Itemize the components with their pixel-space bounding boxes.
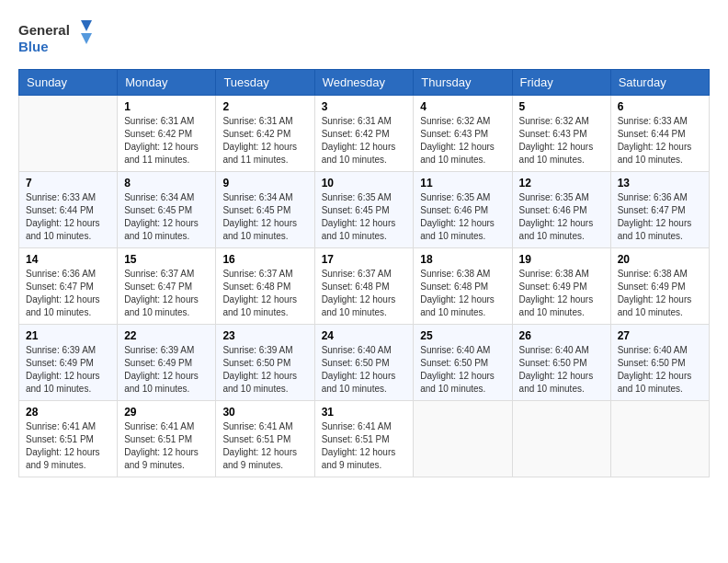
column-header-friday: Friday (512, 70, 610, 96)
calendar-cell: 23Sunrise: 6:39 AMSunset: 6:50 PMDayligh… (216, 325, 314, 401)
day-info: Sunrise: 6:41 AMSunset: 6:51 PMDaylight:… (322, 420, 407, 472)
day-info: Sunrise: 6:40 AMSunset: 6:50 PMDaylight:… (519, 344, 604, 396)
calendar-cell: 30Sunrise: 6:41 AMSunset: 6:51 PMDayligh… (216, 401, 314, 477)
day-info: Sunrise: 6:35 AMSunset: 6:45 PMDaylight:… (322, 191, 407, 243)
calendar-cell: 10Sunrise: 6:35 AMSunset: 6:45 PMDayligh… (314, 172, 414, 248)
day-number: 20 (618, 253, 702, 266)
calendar-cell: 16Sunrise: 6:37 AMSunset: 6:48 PMDayligh… (216, 248, 314, 325)
calendar-cell: 24Sunrise: 6:40 AMSunset: 6:50 PMDayligh… (314, 325, 414, 401)
week-row-2: 7Sunrise: 6:33 AMSunset: 6:44 PMDaylight… (19, 172, 710, 248)
day-number: 3 (322, 100, 407, 113)
logo: General Blue (18, 18, 92, 60)
day-number: 14 (26, 253, 110, 266)
day-number: 8 (124, 177, 209, 190)
week-row-4: 21Sunrise: 6:39 AMSunset: 6:49 PMDayligh… (19, 325, 710, 401)
calendar-cell: 11Sunrise: 6:35 AMSunset: 6:46 PMDayligh… (414, 172, 512, 248)
day-number: 13 (618, 177, 702, 190)
day-info: Sunrise: 6:34 AMSunset: 6:45 PMDaylight:… (124, 191, 209, 243)
day-number: 18 (420, 253, 505, 266)
day-info: Sunrise: 6:35 AMSunset: 6:46 PMDaylight:… (519, 191, 604, 243)
day-number: 24 (322, 329, 407, 342)
calendar-cell: 15Sunrise: 6:37 AMSunset: 6:47 PMDayligh… (118, 248, 216, 325)
calendar-cell: 8Sunrise: 6:34 AMSunset: 6:45 PMDaylight… (118, 172, 216, 248)
calendar-cell: 26Sunrise: 6:40 AMSunset: 6:50 PMDayligh… (512, 325, 610, 401)
calendar-cell: 31Sunrise: 6:41 AMSunset: 6:51 PMDayligh… (314, 401, 414, 477)
day-number: 10 (322, 177, 407, 190)
column-header-tuesday: Tuesday (216, 70, 314, 96)
day-number: 29 (124, 406, 209, 419)
day-info: Sunrise: 6:37 AMSunset: 6:47 PMDaylight:… (124, 268, 209, 319)
day-number: 2 (222, 100, 307, 113)
calendar-cell: 1Sunrise: 6:31 AMSunset: 6:42 PMDaylight… (118, 96, 216, 172)
day-number: 30 (222, 406, 307, 419)
day-number: 7 (26, 177, 110, 190)
day-info: Sunrise: 6:39 AMSunset: 6:49 PMDaylight:… (124, 344, 209, 396)
column-header-wednesday: Wednesday (314, 70, 414, 96)
day-number: 4 (420, 100, 505, 113)
day-info: Sunrise: 6:36 AMSunset: 6:47 PMDaylight:… (618, 191, 702, 243)
day-info: Sunrise: 6:41 AMSunset: 6:51 PMDaylight:… (26, 420, 110, 472)
day-number: 27 (618, 329, 702, 342)
column-header-monday: Monday (118, 70, 216, 96)
day-number: 25 (420, 329, 505, 342)
column-header-sunday: Sunday (19, 70, 118, 96)
page-header: General Blue (18, 18, 710, 60)
column-header-thursday: Thursday (414, 70, 512, 96)
calendar-cell: 13Sunrise: 6:36 AMSunset: 6:47 PMDayligh… (610, 172, 709, 248)
day-number: 5 (519, 100, 604, 113)
calendar-cell (610, 401, 709, 477)
calendar-cell: 7Sunrise: 6:33 AMSunset: 6:44 PMDaylight… (19, 172, 118, 248)
day-info: Sunrise: 6:38 AMSunset: 6:49 PMDaylight:… (519, 268, 604, 319)
day-number: 21 (26, 329, 110, 342)
svg-text:Blue: Blue (18, 39, 49, 54)
calendar-cell: 5Sunrise: 6:32 AMSunset: 6:43 PMDaylight… (512, 96, 610, 172)
day-number: 28 (26, 406, 110, 419)
day-info: Sunrise: 6:31 AMSunset: 6:42 PMDaylight:… (222, 115, 307, 167)
calendar-cell: 4Sunrise: 6:32 AMSunset: 6:43 PMDaylight… (414, 96, 512, 172)
calendar-cell: 2Sunrise: 6:31 AMSunset: 6:42 PMDaylight… (216, 96, 314, 172)
day-number: 31 (322, 406, 407, 419)
day-number: 9 (222, 177, 307, 190)
day-info: Sunrise: 6:31 AMSunset: 6:42 PMDaylight:… (124, 115, 209, 167)
calendar-cell (19, 96, 118, 172)
day-number: 12 (519, 177, 604, 190)
calendar-table: SundayMondayTuesdayWednesdayThursdayFrid… (18, 69, 710, 477)
day-number: 15 (124, 253, 209, 266)
calendar-cell: 27Sunrise: 6:40 AMSunset: 6:50 PMDayligh… (610, 325, 709, 401)
day-info: Sunrise: 6:40 AMSunset: 6:50 PMDaylight:… (420, 344, 505, 396)
logo-svg: General Blue (18, 18, 92, 60)
day-number: 17 (322, 253, 407, 266)
day-info: Sunrise: 6:40 AMSunset: 6:50 PMDaylight:… (618, 344, 702, 396)
day-info: Sunrise: 6:31 AMSunset: 6:42 PMDaylight:… (322, 115, 407, 167)
column-header-saturday: Saturday (610, 70, 709, 96)
day-info: Sunrise: 6:32 AMSunset: 6:43 PMDaylight:… (519, 115, 604, 167)
calendar-cell: 9Sunrise: 6:34 AMSunset: 6:45 PMDaylight… (216, 172, 314, 248)
calendar-cell (414, 401, 512, 477)
day-number: 22 (124, 329, 209, 342)
week-row-5: 28Sunrise: 6:41 AMSunset: 6:51 PMDayligh… (19, 401, 710, 477)
calendar-cell (512, 401, 610, 477)
calendar-cell: 14Sunrise: 6:36 AMSunset: 6:47 PMDayligh… (19, 248, 118, 325)
calendar-cell: 18Sunrise: 6:38 AMSunset: 6:48 PMDayligh… (414, 248, 512, 325)
calendar-cell: 28Sunrise: 6:41 AMSunset: 6:51 PMDayligh… (19, 401, 118, 477)
day-info: Sunrise: 6:33 AMSunset: 6:44 PMDaylight:… (618, 115, 702, 167)
day-number: 19 (519, 253, 604, 266)
day-info: Sunrise: 6:38 AMSunset: 6:49 PMDaylight:… (618, 268, 702, 319)
day-info: Sunrise: 6:41 AMSunset: 6:51 PMDaylight:… (124, 420, 209, 472)
day-info: Sunrise: 6:32 AMSunset: 6:43 PMDaylight:… (420, 115, 505, 167)
day-info: Sunrise: 6:35 AMSunset: 6:46 PMDaylight:… (420, 191, 505, 243)
day-info: Sunrise: 6:39 AMSunset: 6:49 PMDaylight:… (26, 344, 110, 396)
day-info: Sunrise: 6:40 AMSunset: 6:50 PMDaylight:… (322, 344, 407, 396)
calendar-cell: 19Sunrise: 6:38 AMSunset: 6:49 PMDayligh… (512, 248, 610, 325)
day-info: Sunrise: 6:38 AMSunset: 6:48 PMDaylight:… (420, 268, 505, 319)
week-row-3: 14Sunrise: 6:36 AMSunset: 6:47 PMDayligh… (19, 248, 710, 325)
svg-marker-3 (81, 33, 92, 44)
calendar-cell: 6Sunrise: 6:33 AMSunset: 6:44 PMDaylight… (610, 96, 709, 172)
day-number: 11 (420, 177, 505, 190)
day-info: Sunrise: 6:37 AMSunset: 6:48 PMDaylight:… (322, 268, 407, 319)
day-info: Sunrise: 6:41 AMSunset: 6:51 PMDaylight:… (222, 420, 307, 472)
calendar-cell: 17Sunrise: 6:37 AMSunset: 6:48 PMDayligh… (314, 248, 414, 325)
calendar-cell: 21Sunrise: 6:39 AMSunset: 6:49 PMDayligh… (19, 325, 118, 401)
calendar-cell: 22Sunrise: 6:39 AMSunset: 6:49 PMDayligh… (118, 325, 216, 401)
day-number: 1 (124, 100, 209, 113)
